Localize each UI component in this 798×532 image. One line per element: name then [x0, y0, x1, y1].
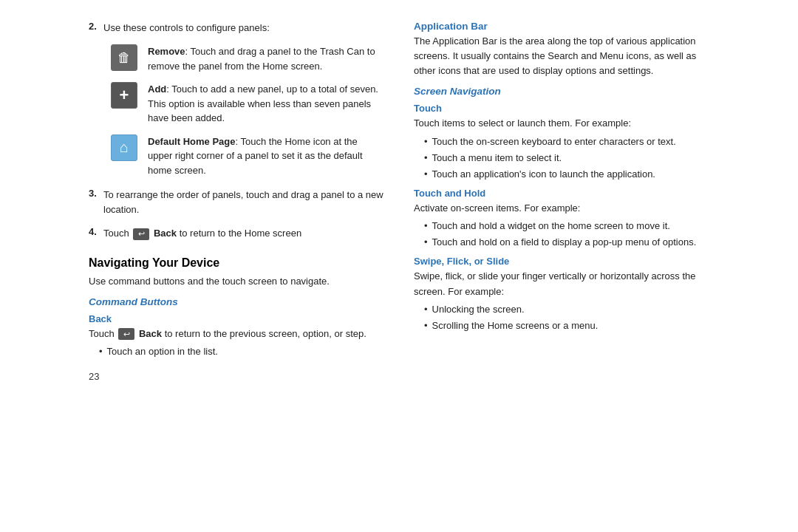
right-column: Application Bar The Application Bar is t…: [414, 21, 709, 336]
step4-item: 4. Touch ↩ Back to return to the Home sc…: [89, 226, 384, 244]
back-post: to return to the previous screen, option…: [165, 328, 366, 339]
touch-hold-bullet-1: • Touch and hold on a field to display a…: [424, 235, 709, 250]
app-bar-title: Application Bar: [414, 21, 709, 32]
bullet-dot: •: [424, 134, 428, 149]
step2-item: 2. Use these controls to configure panel…: [89, 21, 384, 38]
page: 2. Use these controls to configure panel…: [66, 0, 732, 397]
touch-body: Touch items to select or launch them. Fo…: [414, 116, 709, 131]
swipe-bullet-0: • Unlocking the screen.: [424, 302, 709, 317]
back-icon-step4: ↩: [133, 228, 149, 240]
screen-nav-title: Screen Navigation: [414, 86, 709, 97]
step4-number: 4.: [89, 226, 99, 244]
step3-text: To rearrange the order of panels, touch …: [103, 188, 384, 217]
icon-list: 🗑 Remove: Touch and drag a panel to the …: [111, 44, 384, 177]
back-subheading: Back: [89, 313, 384, 324]
plus-icon: +: [111, 82, 137, 109]
back-pre: Touch: [89, 328, 115, 339]
home-row: ⌂ Default Home Page: Touch the Home icon…: [111, 134, 384, 178]
home-label-bold: Default Home Page: [148, 136, 235, 147]
swipe-body: Swipe, flick, or slide your finger verti…: [414, 269, 709, 299]
step2-text: Use these controls to configure panels:: [103, 21, 270, 35]
touch-hold-bullet-0: • Touch and hold a widget on the home sc…: [424, 219, 709, 233]
trash-icon: 🗑: [111, 44, 137, 71]
bullet-dot: •: [424, 318, 428, 333]
back-bullet-1: • Touch an option in the list.: [99, 344, 384, 359]
nav-section-title: Navigating Your Device: [89, 256, 384, 270]
swipe-bullet-text-1: Scrolling the Home screens or a menu.: [432, 318, 598, 333]
swipe-bullet-1: • Scrolling the Home screens or a menu.: [424, 318, 709, 333]
home-icon: ⌂: [111, 134, 137, 161]
step4-bold: Back: [154, 228, 177, 239]
home-text: Default Home Page: Touch the Home icon a…: [148, 134, 384, 178]
touch-bullets: • Touch the on-screen keyboard to enter …: [424, 134, 709, 182]
page-number: 23: [89, 371, 384, 382]
remove-text: Remove: Touch and drag a panel to the Tr…: [148, 44, 384, 73]
touch-bullet-0: • Touch the on-screen keyboard to enter …: [424, 134, 709, 149]
touch-bullet-text-0: Touch the on-screen keyboard to enter ch…: [432, 134, 676, 149]
back-bold: Back: [139, 328, 162, 339]
add-label-rest: : Touch to add a new panel, up to a tota…: [148, 83, 378, 123]
swipe-subheading: Swipe, Flick, or Slide: [414, 256, 709, 267]
command-buttons-heading: Command Buttons: [89, 296, 384, 307]
bullet-dot: •: [424, 167, 428, 182]
remove-label-bold: Remove: [148, 46, 185, 57]
nav-subtitle: Use command buttons and the touch screen…: [89, 274, 384, 289]
touch-bullet-2: • Touch an application's icon to launch …: [424, 167, 709, 182]
bullet-dot: •: [424, 302, 428, 317]
touch-subheading: Touch: [414, 103, 709, 114]
swipe-bullets: • Unlocking the screen. • Scrolling the …: [424, 302, 709, 333]
touch-hold-bullet-text-0: Touch and hold a widget on the home scre…: [432, 219, 670, 233]
bullet-dot: •: [424, 151, 428, 166]
bullet-dot-1: •: [99, 344, 103, 359]
add-label-bold: Add: [148, 83, 166, 95]
touch-bullet-text-1: Touch a menu item to select it.: [432, 151, 562, 166]
step2-number: 2.: [89, 21, 99, 38]
add-row: + Add: Touch to add a new panel, up to a…: [111, 82, 384, 126]
touch-hold-subheading: Touch and Hold: [414, 188, 709, 199]
step3-item: 3. To rearrange the order of panels, tou…: [89, 188, 384, 220]
back-bullets: • Touch an option in the list.: [99, 344, 384, 359]
back-icon-back: ↩: [118, 328, 134, 340]
touch-bullet-1: • Touch a menu item to select it.: [424, 151, 709, 166]
step4-post: to return to the Home screen: [180, 228, 301, 239]
swipe-bullet-text-0: Unlocking the screen.: [432, 302, 525, 317]
back-text: Touch ↩ Back to return to the previous s…: [89, 327, 384, 341]
step4-text: Touch ↩ Back to return to the Home scree…: [103, 226, 301, 241]
left-column: 2. Use these controls to configure panel…: [89, 21, 384, 382]
back-bullet-text-1: Touch an option in the list.: [107, 344, 218, 359]
step3-number: 3.: [89, 188, 99, 220]
touch-hold-bullet-text-1: Touch and hold on a field to display a p…: [432, 235, 697, 250]
touch-hold-bullets: • Touch and hold a widget on the home sc…: [424, 219, 709, 250]
add-text: Add: Touch to add a new panel, up to a t…: [148, 82, 384, 126]
app-bar-body: The Application Bar is the area along th…: [414, 34, 709, 78]
bullet-dot: •: [424, 235, 428, 250]
touch-bullet-text-2: Touch an application's icon to launch th…: [432, 167, 655, 182]
touch-hold-body: Activate on-screen items. For example:: [414, 201, 709, 216]
bullet-dot: •: [424, 219, 428, 233]
remove-row: 🗑 Remove: Touch and drag a panel to the …: [111, 44, 384, 73]
step4-pre: Touch: [103, 228, 129, 239]
